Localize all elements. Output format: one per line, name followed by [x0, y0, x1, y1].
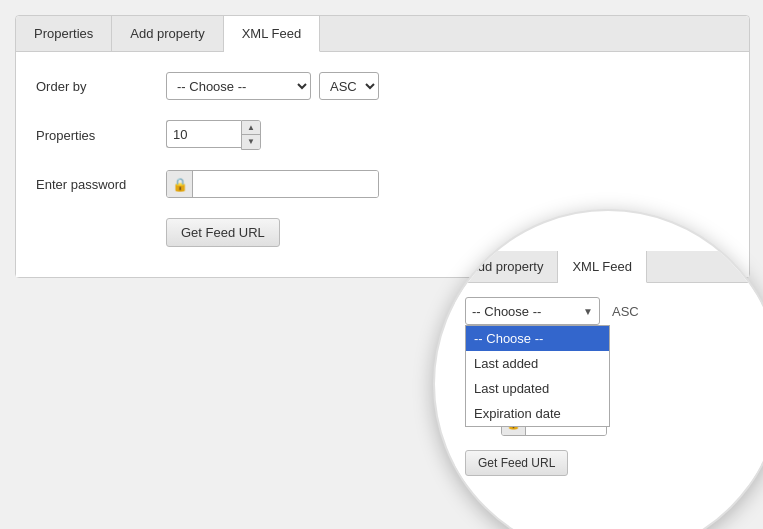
- dropdown-item-last-updated[interactable]: Last updated: [466, 376, 609, 401]
- properties-input[interactable]: [166, 120, 241, 148]
- tab-bar: Properties Add property XML Feed: [16, 16, 749, 52]
- zoom-choose-label: -- Choose --: [472, 304, 541, 319]
- zoom-tab-xml-feed[interactable]: XML Feed: [558, 251, 647, 283]
- tab-properties[interactable]: Properties: [16, 16, 112, 51]
- password-input[interactable]: [193, 170, 378, 198]
- properties-spinner: ▲ ▼: [166, 120, 261, 150]
- order-by-row: Order by -- Choose -- Last added Last up…: [36, 72, 729, 100]
- get-feed-url-button[interactable]: Get Feed URL: [166, 218, 280, 247]
- order-by-select[interactable]: -- Choose -- Last added Last updated Exp…: [166, 72, 311, 100]
- asc-select[interactable]: ASC DESC: [319, 72, 379, 100]
- chevron-down-icon: ▼: [583, 306, 593, 317]
- dropdown-item-last-added[interactable]: Last added: [466, 351, 609, 376]
- zoom-tab-bar: Add property XML Feed: [455, 251, 761, 283]
- tab-add-property[interactable]: Add property: [112, 16, 223, 51]
- zoom-get-feed-button[interactable]: Get Feed URL: [465, 450, 568, 476]
- zoom-dropdown-row: -- Choose -- ▼ -- Choose -- Last added L…: [465, 297, 751, 325]
- spinner-buttons: ▲ ▼: [241, 120, 261, 150]
- order-by-controls: -- Choose -- Last added Last updated Exp…: [166, 72, 379, 100]
- password-label: Enter password: [36, 177, 166, 192]
- zoom-choose-button[interactable]: -- Choose -- ▼: [465, 297, 600, 325]
- zoom-content: Add property XML Feed -- Choose -- ▼ -- …: [435, 221, 763, 496]
- dropdown-list: -- Choose -- Last added Last updated Exp…: [465, 325, 610, 427]
- tab-xml-feed[interactable]: XML Feed: [224, 16, 321, 52]
- dropdown-item-choose[interactable]: -- Choose --: [466, 326, 609, 351]
- zoom-form-area: -- Choose -- ▼ -- Choose -- Last added L…: [455, 283, 761, 486]
- spinner-down-button[interactable]: ▼: [242, 135, 260, 149]
- properties-label: Properties: [36, 128, 166, 143]
- spinner-up-button[interactable]: ▲: [242, 121, 260, 135]
- dropdown-item-expiration[interactable]: Expiration date: [466, 401, 609, 426]
- password-wrapper: 🔒: [166, 170, 379, 198]
- order-by-label: Order by: [36, 79, 166, 94]
- zoom-asc-label: ASC: [608, 304, 639, 319]
- properties-row: Properties ▲ ▼: [36, 120, 729, 150]
- lock-icon: 🔒: [167, 170, 193, 198]
- zoom-select-wrapper: -- Choose -- ▼ -- Choose -- Last added L…: [465, 297, 600, 325]
- password-row: Enter password 🔒: [36, 170, 729, 198]
- zoom-btn-row: Get Feed URL: [465, 436, 751, 476]
